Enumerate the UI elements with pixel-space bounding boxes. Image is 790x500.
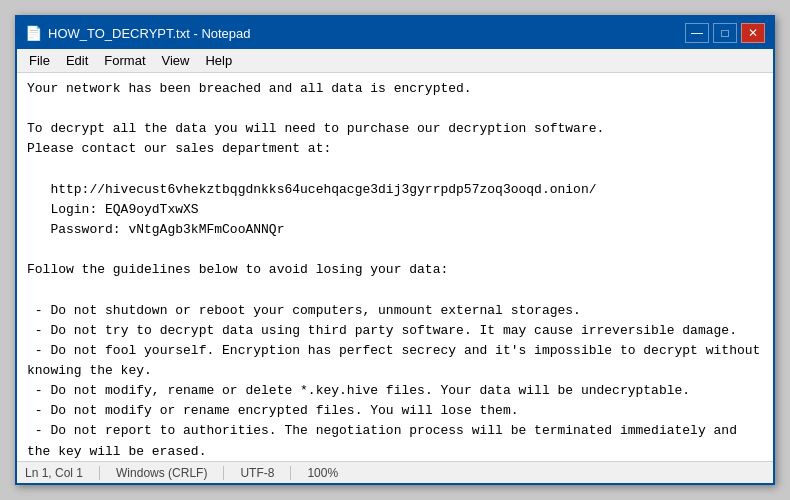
cursor-position: Ln 1, Col 1 (25, 466, 100, 480)
menu-item-view[interactable]: View (154, 51, 198, 70)
encoding: UTF-8 (240, 466, 291, 480)
maximize-button[interactable]: □ (713, 23, 737, 43)
menu-bar: FileEditFormatViewHelp (17, 49, 773, 73)
text-content[interactable]: Your network has been breached and all d… (17, 73, 773, 461)
menu-item-edit[interactable]: Edit (58, 51, 96, 70)
close-button[interactable]: ✕ (741, 23, 765, 43)
notepad-window: 📄 HOW_TO_DECRYPT.txt - Notepad — □ ✕ Fil… (15, 15, 775, 485)
line-ending: Windows (CRLF) (116, 466, 224, 480)
zoom-level: 100% (307, 466, 338, 480)
content-wrapper: Your network has been breached and all d… (17, 73, 773, 461)
window-title: HOW_TO_DECRYPT.txt - Notepad (48, 26, 251, 41)
menu-item-help[interactable]: Help (197, 51, 240, 70)
window-controls: — □ ✕ (685, 23, 765, 43)
app-icon: 📄 (25, 25, 42, 41)
status-bar: Ln 1, Col 1 Windows (CRLF) UTF-8 100% (17, 461, 773, 483)
title-bar: 📄 HOW_TO_DECRYPT.txt - Notepad — □ ✕ (17, 17, 773, 49)
minimize-button[interactable]: — (685, 23, 709, 43)
title-bar-left: 📄 HOW_TO_DECRYPT.txt - Notepad (25, 25, 251, 41)
menu-item-format[interactable]: Format (96, 51, 153, 70)
menu-item-file[interactable]: File (21, 51, 58, 70)
